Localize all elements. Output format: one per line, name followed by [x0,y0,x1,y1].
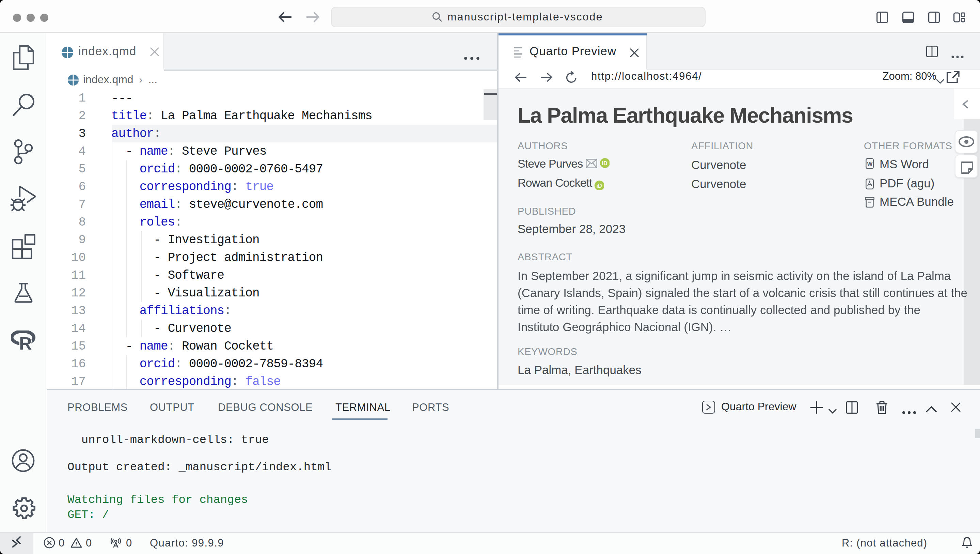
svg-text:iD: iD [596,182,602,188]
svg-text:R: R [19,334,32,351]
svg-text:iD: iD [602,160,608,166]
svg-text:W: W [867,161,873,167]
